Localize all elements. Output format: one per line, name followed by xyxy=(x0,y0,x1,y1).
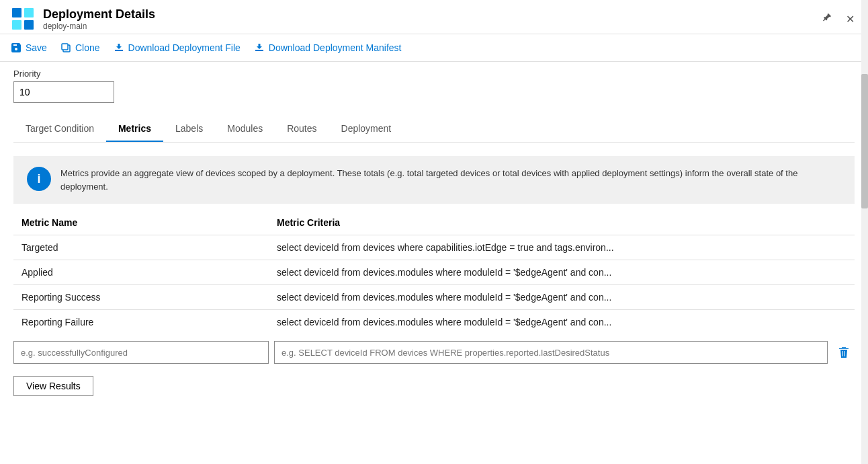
metrics-table: Metric Name Metric Criteria Targeted sel… xyxy=(13,210,855,334)
tab-labels[interactable]: Labels xyxy=(163,116,215,142)
download-manifest-label: Download Deployment Manifest xyxy=(269,42,402,53)
metric-name: Applied xyxy=(13,260,269,285)
download-manifest-icon xyxy=(254,42,265,53)
metric-criteria: select deviceId from devices.modules whe… xyxy=(269,285,855,310)
svg-rect-3 xyxy=(24,20,34,30)
title-bar-actions: ✕ xyxy=(819,9,857,28)
tab-modules[interactable]: Modules xyxy=(215,116,275,142)
delete-metric-button[interactable] xyxy=(833,343,855,362)
metric-criteria: select deviceId from devices.modules whe… xyxy=(269,260,855,285)
svg-rect-1 xyxy=(24,8,34,17)
main-content: Priority Target Condition Metrics Labels… xyxy=(0,62,868,452)
download-file-label: Download Deployment File xyxy=(128,42,241,53)
info-banner: i Metrics provide an aggregate view of d… xyxy=(13,156,855,204)
priority-label: Priority xyxy=(13,69,855,79)
table-row: Targeted select deviceId from devices wh… xyxy=(13,235,855,260)
table-row: Applied select deviceId from devices.mod… xyxy=(13,260,855,285)
tab-metrics[interactable]: Metrics xyxy=(106,116,163,142)
svg-rect-6 xyxy=(115,50,123,51)
info-text: Metrics provide an aggregate view of dev… xyxy=(60,167,841,193)
svg-rect-5 xyxy=(62,44,68,50)
metric-criteria: select deviceId from devices.modules whe… xyxy=(269,310,855,335)
title-bar: Deployment Details deploy-main ✕ xyxy=(0,0,868,34)
priority-input[interactable] xyxy=(13,81,114,103)
svg-rect-7 xyxy=(255,50,263,51)
svg-rect-2 xyxy=(12,20,21,30)
download-manifest-button[interactable]: Download Deployment Manifest xyxy=(250,40,411,56)
close-icon: ✕ xyxy=(846,13,855,25)
save-label: Save xyxy=(26,42,47,53)
title-info: Deployment Details deploy-main xyxy=(43,7,155,31)
scrollbar-track xyxy=(861,0,868,464)
metric-name: Reporting Success xyxy=(13,285,269,310)
clone-icon xyxy=(60,42,71,53)
tabs: Target Condition Metrics Labels Modules … xyxy=(13,116,855,143)
new-metric-name-input[interactable] xyxy=(13,341,269,364)
download-file-icon xyxy=(114,42,124,53)
new-metric-row xyxy=(13,341,855,364)
page-title: Deployment Details xyxy=(43,7,155,22)
save-icon xyxy=(11,42,21,53)
scrollbar-thumb[interactable] xyxy=(861,74,868,208)
view-results-button[interactable]: View Results xyxy=(13,376,93,396)
title-bar-left: Deployment Details deploy-main xyxy=(11,7,155,31)
new-metric-criteria-input[interactable] xyxy=(274,341,828,364)
metric-criteria: select deviceId from devices where capab… xyxy=(269,235,855,260)
pin-button[interactable] xyxy=(819,9,835,28)
trash-icon xyxy=(837,346,851,359)
download-file-button[interactable]: Download Deployment File xyxy=(110,40,250,56)
tab-target-condition[interactable]: Target Condition xyxy=(13,116,106,142)
close-button[interactable]: ✕ xyxy=(843,9,857,28)
toolbar: Save Clone Download Deployment File Down… xyxy=(0,34,868,62)
tab-deployment[interactable]: Deployment xyxy=(329,116,404,142)
svg-rect-0 xyxy=(12,8,21,17)
page-subtitle: deploy-main xyxy=(43,22,155,31)
col-header-name: Metric Name xyxy=(13,210,269,235)
metric-name: Reporting Failure xyxy=(13,310,269,335)
metric-name: Targeted xyxy=(13,235,269,260)
col-header-criteria: Metric Criteria xyxy=(269,210,855,235)
tab-routes[interactable]: Routes xyxy=(275,116,329,142)
clone-label: Clone xyxy=(75,42,100,53)
save-button[interactable]: Save xyxy=(11,40,56,56)
info-icon: i xyxy=(27,167,51,191)
table-row: Reporting Success select deviceId from d… xyxy=(13,285,855,310)
app-logo xyxy=(11,7,35,31)
clone-button[interactable]: Clone xyxy=(56,40,110,56)
table-row: Reporting Failure select deviceId from d… xyxy=(13,310,855,335)
priority-section: Priority xyxy=(13,62,855,106)
